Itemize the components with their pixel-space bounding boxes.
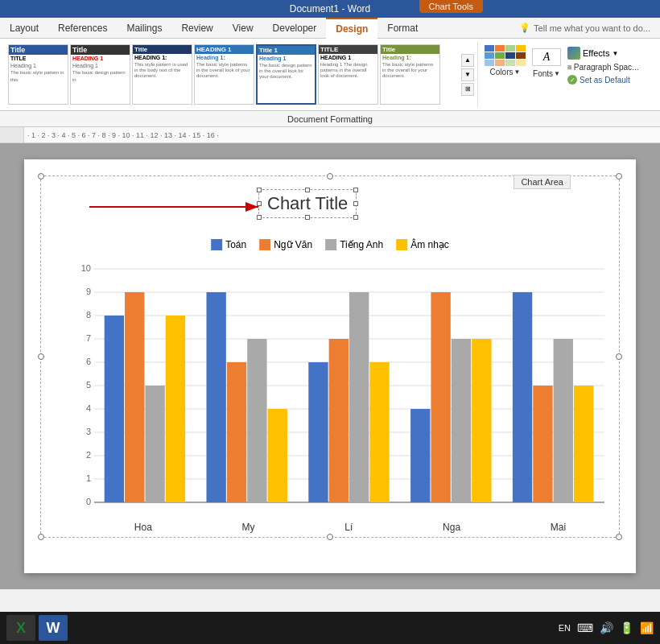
style-items: Title TITLE Heading 1The basic style pat…	[8, 44, 461, 105]
style-item-3[interactable]: Title HEADING 1: This style pattern is u…	[132, 44, 192, 105]
style-item-6[interactable]: TITLE HEADING 1 Heading 1 The design pat…	[318, 44, 378, 105]
tab-references[interactable]: References	[48, 18, 117, 39]
language-indicator: EN	[559, 623, 571, 633]
effects-icon	[567, 47, 580, 60]
svg-text:9: 9	[86, 287, 91, 296]
gallery-scroll-down[interactable]: ▼	[461, 68, 474, 81]
chart-container[interactable]: Chart Area	[40, 175, 620, 538]
taskbar-word-btn[interactable]: W	[39, 615, 68, 641]
svg-rect-37	[431, 292, 450, 502]
style-item-2[interactable]: Title HEADING 1 Heading 1The basic desig…	[70, 44, 130, 105]
resize-handle-mr[interactable]	[616, 353, 622, 360]
chart-title-text: Chart Title	[267, 193, 348, 213]
svg-text:5: 5	[86, 380, 91, 390]
wifi-icon: 📶	[640, 621, 654, 634]
document-formatting-bar: Document Formatting	[0, 111, 660, 127]
x-axis-labels: Hoa My Lí Nga Mai	[89, 522, 611, 533]
tell-me-input[interactable]: 💡 Tell me what you want to do...	[509, 18, 660, 38]
effects-group: Effects ▼ ≡ Paragraph Spac... ✓ Set as D…	[567, 45, 638, 85]
tab-mailings[interactable]: Mailings	[117, 18, 171, 39]
legend-swatch-1	[259, 239, 270, 250]
keyboard-icon: ⌨	[577, 621, 593, 634]
legend-swatch-0	[211, 239, 222, 250]
resize-handle-ml[interactable]	[38, 353, 44, 360]
para-spacing-icon: ≡	[567, 63, 572, 72]
svg-text:8: 8	[86, 310, 91, 320]
legend-item-3: Âm nhạc	[396, 239, 449, 250]
svg-rect-27	[166, 316, 185, 502]
resize-handle-tl[interactable]	[38, 173, 44, 180]
gallery-scroll-more[interactable]: ⊞	[461, 83, 474, 96]
gallery-scroll: ▲ ▼ ⊞	[461, 54, 474, 96]
svg-text:4: 4	[86, 403, 91, 413]
svg-rect-39	[472, 339, 491, 502]
resize-handle-bc[interactable]	[327, 534, 333, 540]
tab-view[interactable]: View	[223, 18, 263, 39]
legend-swatch-2	[325, 239, 336, 250]
resize-handle-br[interactable]	[616, 534, 622, 540]
gallery-scroll-up[interactable]: ▲	[461, 54, 474, 67]
legend-swatch-3	[396, 239, 407, 250]
checkmark-icon: ✓	[567, 75, 577, 85]
svg-rect-36	[410, 409, 430, 502]
effects-label: Effects	[583, 48, 609, 58]
svg-text:0: 0	[86, 497, 91, 506]
taskbar-excel-btn[interactable]: X	[6, 615, 35, 641]
document-page: Chart Area	[24, 159, 636, 573]
tab-developer[interactable]: Developer	[263, 18, 327, 39]
svg-rect-24	[105, 316, 124, 502]
chart-tools-tab: Chart Tools	[419, 0, 483, 13]
svg-rect-34	[349, 292, 369, 502]
svg-rect-32	[308, 362, 328, 502]
tab-format[interactable]: Format	[377, 18, 427, 39]
svg-rect-33	[329, 339, 349, 502]
paragraph-spacing-btn[interactable]: ≡ Paragraph Spac...	[567, 63, 638, 72]
fonts-button[interactable]: A	[532, 48, 561, 66]
svg-text:2: 2	[86, 450, 91, 460]
resize-handle-bl[interactable]	[38, 534, 44, 540]
svg-text:3: 3	[86, 427, 91, 436]
chart-legend: Toán Ngữ Văn Tiếng Anh Âm nhạc	[211, 239, 449, 250]
colors-group: Colors ▼	[485, 45, 526, 76]
legend-item-0: Toán	[211, 239, 246, 250]
resize-handle-tc[interactable]	[327, 173, 333, 180]
bar-chart: 012345678910	[65, 261, 613, 518]
style-item-4[interactable]: HEADING 1 Heading 1: The basic style pat…	[194, 44, 254, 105]
style-item-5[interactable]: Title 1 Heading 1 The basic design patte…	[256, 44, 316, 105]
svg-text:6: 6	[86, 357, 91, 366]
resize-handle-tr[interactable]	[616, 173, 622, 180]
ribbon-tabs: Layout References Mailings Review View D…	[0, 18, 660, 39]
chart-area-label: Chart Area	[514, 175, 571, 189]
chart-title-arrow	[81, 197, 266, 217]
effects-row[interactable]: Effects ▼	[567, 47, 638, 60]
tab-layout[interactable]: Layout	[0, 18, 48, 39]
svg-text:10: 10	[81, 263, 91, 273]
lightbulb-icon: 💡	[519, 23, 530, 33]
svg-rect-25	[125, 292, 144, 502]
svg-rect-40	[513, 292, 532, 502]
set-as-default-btn[interactable]: ✓ Set as Default	[567, 75, 638, 85]
fonts-group: A Fonts ▼	[532, 45, 561, 78]
chart-title[interactable]: Chart Title	[258, 189, 357, 218]
style-item-7[interactable]: Title Heading 1: The basic style pattern…	[380, 44, 440, 105]
svg-rect-41	[533, 386, 552, 502]
ruler-corner	[0, 127, 24, 143]
tab-review[interactable]: Review	[171, 18, 222, 39]
tab-design[interactable]: Design	[326, 18, 377, 39]
svg-rect-42	[554, 339, 573, 502]
svg-text:7: 7	[86, 333, 91, 343]
colors-label: Colors ▼	[490, 68, 521, 76]
svg-rect-38	[452, 339, 471, 502]
fonts-label: Fonts ▼	[533, 69, 560, 78]
volume-icon: 🔊	[600, 621, 613, 634]
title-bar-text: Document1 - Word	[290, 3, 370, 14]
style-item-1[interactable]: Title TITLE Heading 1The basic style pat…	[8, 44, 68, 105]
effects-dropdown-icon: ▼	[612, 50, 618, 57]
taskbar-right: EN ⌨ 🔊 🔋 📶	[559, 621, 654, 634]
svg-rect-28	[206, 292, 225, 502]
taskbar: X W EN ⌨ 🔊 🔋 📶	[0, 612, 660, 644]
svg-text:1: 1	[86, 473, 91, 483]
svg-rect-35	[369, 362, 389, 502]
battery-icon: 🔋	[620, 621, 633, 634]
svg-rect-29	[227, 362, 246, 502]
